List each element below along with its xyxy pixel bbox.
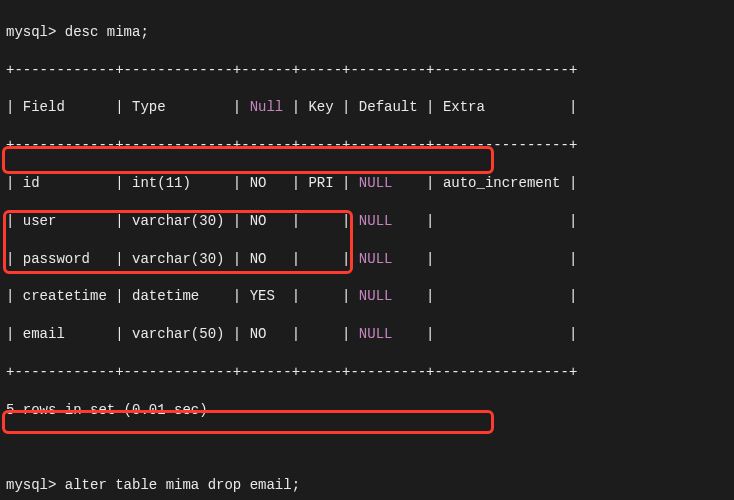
terminal-output: mysql> desc mima; +------------+--------…: [0, 0, 734, 500]
table1-summary: 5 rows in set (0.01 sec): [6, 401, 728, 420]
table-row: | user | varchar(30) | NO | | NULL | |: [6, 212, 728, 231]
table-row: | email | varchar(50) | NO | | NULL | |: [6, 325, 728, 344]
table-row: | createtime | datetime | YES | | NULL |…: [6, 287, 728, 306]
table1-border-mid: +------------+-------------+------+-----…: [6, 136, 728, 155]
table-row: | id | int(11) | NO | PRI | NULL | auto_…: [6, 174, 728, 193]
prompt-desc-1[interactable]: mysql> desc mima;: [6, 23, 728, 42]
table-row: | password | varchar(30) | NO | | NULL |…: [6, 250, 728, 269]
table1-border-bot: +------------+-------------+------+-----…: [6, 363, 728, 382]
prompt-alter[interactable]: mysql> alter table mima drop email;: [6, 476, 728, 495]
table1-header: | Field | Type | Null | Key | Default | …: [6, 98, 728, 117]
table1-border-top: +------------+-------------+------+-----…: [6, 61, 728, 80]
